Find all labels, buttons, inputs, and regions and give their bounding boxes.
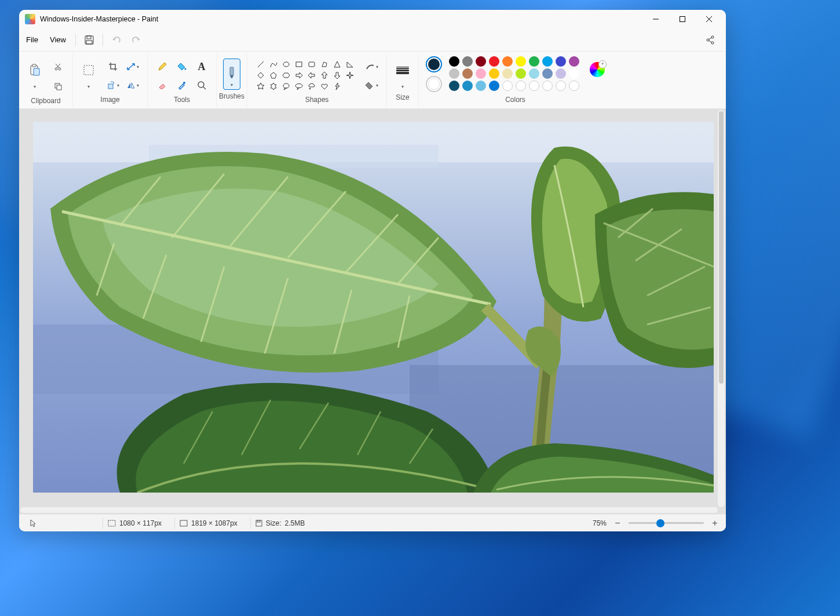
group-image: ▾ Image	[73, 54, 148, 107]
palette-swatch[interactable]	[556, 81, 566, 91]
text-tool[interactable]: A	[193, 59, 210, 75]
zoom-slider[interactable]	[629, 522, 704, 524]
stroke-size-button[interactable]	[393, 59, 412, 82]
brushes-button[interactable]: ▾	[223, 59, 240, 90]
shape-arrow-down[interactable]	[332, 71, 342, 80]
palette-swatch[interactable]	[449, 81, 459, 91]
group-size: ▾ Size	[387, 54, 419, 107]
svg-point-16	[59, 68, 61, 70]
palette-swatch[interactable]	[462, 56, 473, 67]
undo-button[interactable]	[107, 31, 126, 49]
palette-swatch[interactable]	[542, 81, 553, 91]
palette-swatch[interactable]	[449, 56, 459, 67]
palette-swatch[interactable]	[556, 56, 566, 67]
canvas[interactable]	[33, 122, 714, 493]
shape-arrow-up[interactable]	[319, 71, 330, 80]
palette-swatch[interactable]	[476, 81, 486, 91]
shape-fill-button[interactable]	[363, 77, 381, 93]
shape-arrow-right[interactable]	[294, 71, 304, 80]
shape-callout-oval[interactable]	[294, 82, 304, 91]
save-button[interactable]	[79, 31, 99, 49]
shape-heart[interactable]	[319, 82, 330, 91]
shape-triangle[interactable]	[332, 60, 342, 69]
magnifier-tool[interactable]	[193, 77, 210, 93]
color-picker-tool[interactable]	[173, 77, 191, 93]
resize-button[interactable]	[124, 59, 141, 75]
palette-swatch[interactable]	[569, 68, 579, 79]
stroke-size-dropdown[interactable]: ▾	[394, 82, 411, 91]
palette-swatch[interactable]	[502, 68, 513, 79]
palette-swatch[interactable]	[462, 68, 473, 79]
shape-lightning[interactable]	[332, 82, 342, 91]
select-button[interactable]	[79, 59, 98, 82]
palette-swatch[interactable]	[489, 81, 499, 91]
palette-swatch[interactable]	[489, 56, 499, 67]
select-dropdown[interactable]: ▾	[80, 82, 97, 91]
eraser-tool[interactable]	[154, 77, 171, 93]
cursor-position: 1080 × 117px	[119, 519, 162, 527]
shape-5star[interactable]	[255, 82, 266, 91]
palette-swatch[interactable]	[476, 68, 486, 79]
rotate-button[interactable]	[104, 77, 122, 93]
palette-swatch[interactable]	[542, 68, 553, 79]
palette-swatch[interactable]	[529, 81, 539, 91]
palette-swatch[interactable]	[462, 81, 473, 91]
edit-colors-button[interactable]	[590, 62, 605, 77]
shape-right-triangle[interactable]	[345, 60, 355, 69]
shape-4star[interactable]	[345, 71, 355, 80]
shape-6star[interactable]	[268, 82, 279, 91]
shape-pentagon[interactable]	[268, 71, 279, 80]
palette-swatch[interactable]	[449, 68, 459, 79]
minimize-button[interactable]	[642, 10, 669, 28]
palette-swatch[interactable]	[569, 81, 579, 91]
horizontal-scrollbar[interactable]	[20, 507, 718, 513]
color-secondary[interactable]	[426, 76, 442, 92]
copy-button[interactable]	[49, 78, 67, 94]
shape-arrow-left[interactable]	[306, 71, 317, 80]
shape-roundrect[interactable]	[306, 60, 317, 69]
maximize-button[interactable]	[669, 10, 696, 28]
palette-swatch[interactable]	[516, 81, 526, 91]
fill-tool[interactable]	[173, 59, 191, 75]
menu-view[interactable]: View	[44, 32, 72, 48]
shape-diamond[interactable]	[255, 71, 266, 80]
paste-button[interactable]	[25, 59, 45, 82]
palette-swatch[interactable]	[542, 56, 553, 67]
shape-line[interactable]	[255, 60, 266, 69]
palette-swatch[interactable]	[476, 56, 486, 67]
palette-swatch[interactable]	[529, 56, 539, 67]
color-primary[interactable]	[426, 56, 442, 72]
svg-rect-21	[84, 65, 93, 75]
palette-swatch[interactable]	[489, 68, 499, 79]
pencil-tool[interactable]	[154, 59, 171, 75]
redo-button[interactable]	[126, 31, 146, 49]
shape-rect[interactable]	[294, 60, 304, 69]
zoom-in-button[interactable]: +	[710, 518, 720, 528]
shape-outline-button[interactable]	[363, 59, 381, 75]
close-button[interactable]	[696, 10, 722, 28]
palette-swatch[interactable]	[502, 56, 513, 67]
palette-swatch[interactable]	[502, 81, 513, 91]
vertical-scrollbar[interactable]	[718, 110, 725, 507]
shape-polygon[interactable]	[319, 60, 330, 69]
palette-swatch[interactable]	[569, 56, 579, 67]
cut-button[interactable]	[49, 59, 67, 75]
flip-button[interactable]	[124, 77, 141, 93]
palette-swatch[interactable]	[529, 68, 539, 79]
zoom-out-button[interactable]: −	[612, 518, 623, 528]
shapes-gallery[interactable]	[253, 59, 357, 92]
paste-dropdown[interactable]: ▾	[26, 82, 43, 91]
svg-rect-27	[230, 67, 233, 75]
shape-callout-cloud[interactable]	[306, 82, 317, 91]
shape-curve[interactable]	[268, 60, 279, 69]
shape-callout-round[interactable]	[281, 82, 291, 91]
menu-file[interactable]: File	[20, 32, 44, 48]
crop-button[interactable]	[104, 59, 122, 75]
palette-swatch[interactable]	[556, 68, 566, 79]
shape-hexagon[interactable]	[281, 71, 291, 80]
share-button[interactable]	[700, 31, 720, 49]
palette-swatch[interactable]	[516, 68, 526, 79]
shape-oval[interactable]	[281, 60, 291, 69]
palette-swatch[interactable]	[516, 56, 526, 67]
menu-bar: File View	[19, 28, 726, 52]
